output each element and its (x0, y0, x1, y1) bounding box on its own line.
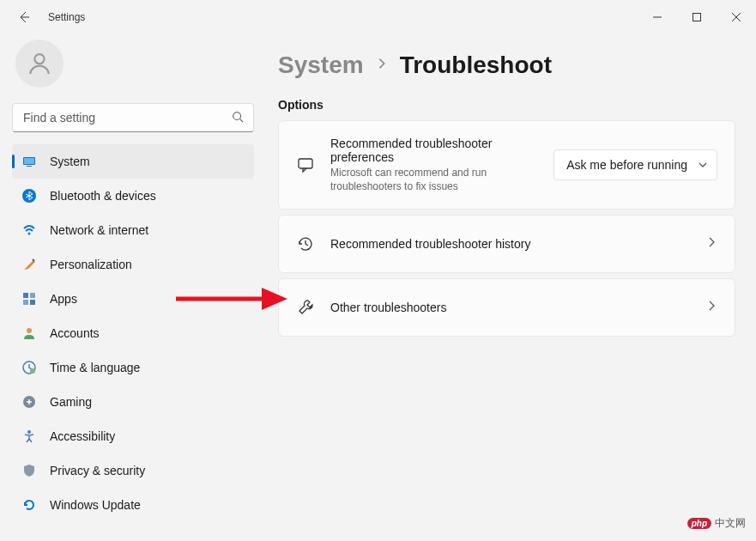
section-heading: Options (278, 98, 735, 112)
svg-point-2 (233, 112, 241, 120)
sidebar-item-system[interactable]: System (12, 144, 254, 179)
svg-point-7 (28, 233, 31, 235)
breadcrumb-parent[interactable]: System (278, 52, 364, 79)
accounts-icon (22, 326, 36, 340)
sidebar-item-label: Personalization (50, 258, 132, 271)
svg-rect-9 (30, 293, 35, 298)
svg-rect-11 (30, 300, 35, 305)
paintbrush-icon (22, 258, 36, 271)
svg-rect-0 (693, 14, 701, 21)
maximize-icon (692, 13, 701, 21)
card-title: Recommended troubleshooter history (330, 237, 705, 251)
update-icon (22, 498, 36, 512)
sidebar-item-gaming[interactable]: Gaming (12, 385, 254, 419)
bluetooth-icon (22, 189, 36, 203)
watermark: php 中文网 (687, 516, 746, 531)
titlebar: Settings (0, 0, 756, 34)
recommended-prefs-dropdown[interactable]: Ask me before running (553, 149, 717, 180)
dropdown-value: Ask me before running (566, 158, 687, 172)
card-body: Recommended troubleshooter preferences M… (330, 137, 553, 193)
sidebar-item-apps[interactable]: Apps (12, 282, 254, 316)
chevron-right-icon (705, 300, 717, 315)
search-icon (232, 111, 244, 126)
history-icon (296, 235, 315, 252)
gaming-icon (22, 395, 36, 409)
sidebar-item-label: Accessibility (50, 429, 115, 443)
sidebar-item-label: Time & language (50, 361, 140, 374)
clock-globe-icon (22, 361, 36, 374)
card-subtitle: Microsoft can recommend and run troubles… (330, 166, 536, 193)
sidebar-item-label: Windows Update (50, 498, 141, 512)
chevron-down-icon (698, 160, 708, 170)
sidebar-item-time-language[interactable]: Time & language (12, 350, 254, 385)
accessibility-icon (22, 429, 36, 443)
back-button[interactable] (7, 0, 41, 34)
option-other-troubleshooters[interactable]: Other troubleshooters (278, 278, 735, 337)
svg-point-12 (27, 328, 32, 333)
option-recommended-prefs: Recommended troubleshooter preferences M… (278, 120, 735, 210)
system-icon (22, 155, 36, 168)
breadcrumb-current: Troubleshoot (400, 52, 552, 79)
sidebar-item-label: Bluetooth & devices (50, 189, 156, 203)
card-title: Other troubleshooters (330, 301, 705, 314)
sidebar-item-bluetooth[interactable]: Bluetooth & devices (12, 179, 254, 213)
window-controls (638, 0, 756, 34)
sidebar: System Bluetooth & devices Network & int… (0, 34, 266, 541)
maximize-button[interactable] (677, 0, 717, 34)
sidebar-item-label: Accounts (50, 326, 100, 340)
breadcrumb: System Troubleshoot (278, 52, 735, 79)
main-content: System Troubleshoot Options Recommended … (266, 34, 756, 541)
svg-rect-5 (27, 166, 32, 167)
watermark-text: 中文网 (715, 516, 746, 531)
sidebar-item-label: Gaming (50, 395, 92, 409)
sidebar-item-label: Privacy & security (50, 464, 145, 477)
svg-point-14 (30, 368, 35, 374)
wifi-icon (22, 223, 36, 237)
search-wrapper (12, 103, 254, 132)
svg-rect-4 (24, 158, 34, 164)
sidebar-item-windows-update[interactable]: Windows Update (12, 488, 254, 522)
sidebar-item-personalization[interactable]: Personalization (12, 247, 254, 282)
card-body: Other troubleshooters (330, 301, 705, 314)
minimize-button[interactable] (638, 0, 677, 34)
svg-rect-8 (23, 293, 28, 298)
minimize-icon (653, 13, 662, 21)
sidebar-item-accessibility[interactable]: Accessibility (12, 419, 254, 453)
close-icon (732, 13, 741, 21)
person-icon (26, 50, 53, 77)
svg-point-16 (27, 430, 31, 434)
window-title: Settings (48, 11, 85, 23)
sidebar-item-privacy[interactable]: Privacy & security (12, 453, 254, 488)
sidebar-item-network[interactable]: Network & internet (12, 213, 254, 247)
sidebar-item-accounts[interactable]: Accounts (12, 316, 254, 350)
close-button[interactable] (717, 0, 756, 34)
back-arrow-icon (17, 10, 31, 24)
sidebar-item-label: Apps (50, 292, 77, 306)
chevron-right-icon (705, 236, 717, 252)
sidebar-item-label: Network & internet (50, 223, 148, 237)
speech-bubble-icon (296, 156, 315, 173)
user-avatar[interactable] (15, 40, 64, 88)
card-body: Recommended troubleshooter history (330, 237, 705, 251)
apps-icon (22, 292, 36, 306)
content-area: System Bluetooth & devices Network & int… (0, 34, 756, 541)
card-title: Recommended troubleshooter preferences (330, 137, 553, 164)
option-recommended-history[interactable]: Recommended troubleshooter history (278, 215, 735, 273)
svg-point-1 (34, 54, 44, 64)
chevron-right-icon (376, 58, 388, 73)
search-input[interactable] (12, 103, 254, 132)
svg-rect-10 (23, 300, 28, 305)
watermark-badge: php (687, 518, 711, 529)
sidebar-item-label: System (50, 155, 90, 168)
wrench-icon (296, 299, 315, 316)
svg-rect-17 (299, 159, 312, 168)
shield-icon (22, 464, 36, 477)
